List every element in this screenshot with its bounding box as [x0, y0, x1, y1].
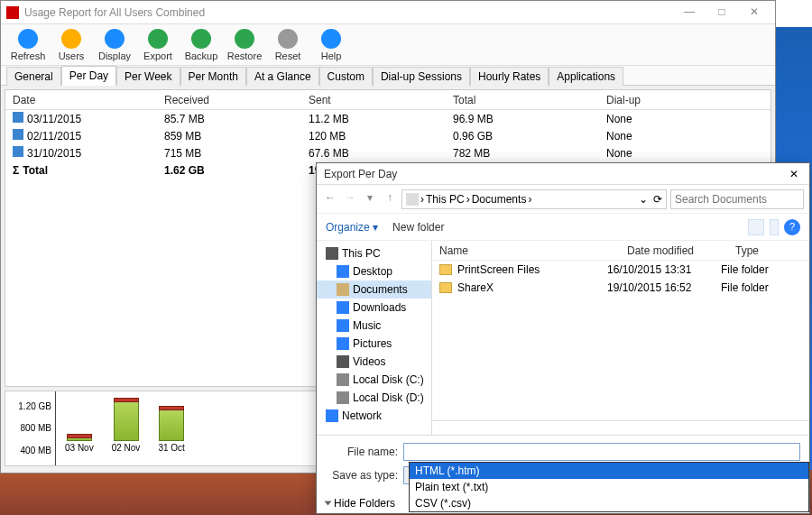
- users-icon: [61, 29, 81, 49]
- chart-bar: 31 Oct: [158, 409, 184, 453]
- restore-button[interactable]: Restore: [225, 29, 264, 61]
- bar-label: 03 Nov: [65, 443, 94, 453]
- tab-custom[interactable]: Custom: [319, 67, 373, 86]
- file-row[interactable]: PrintScreen Files16/10/2015 13:31File fo…: [432, 261, 809, 279]
- tree-item-local-disk-c-[interactable]: Local Disk (C:): [317, 371, 431, 389]
- view-dropdown-button[interactable]: [770, 219, 779, 235]
- export-icon: [148, 29, 168, 49]
- table-row[interactable]: 31/10/2015715 MB67.6 MB782 MBNone: [5, 144, 770, 161]
- tree-item-documents[interactable]: Documents: [317, 280, 431, 299]
- col-sent[interactable]: Sent: [301, 90, 446, 109]
- tab-per-day[interactable]: Per Day: [61, 66, 116, 86]
- col-dialup[interactable]: Dial-up: [599, 90, 734, 109]
- nav-recent-button[interactable]: ▾: [362, 191, 378, 207]
- path-sep: ›: [420, 193, 424, 206]
- file-type: File folder: [721, 263, 802, 276]
- tool-label: Restore: [227, 51, 263, 61]
- disk-icon: [337, 391, 349, 404]
- reset-button[interactable]: Reset: [268, 29, 308, 61]
- new-folder-button[interactable]: New folder: [392, 221, 444, 234]
- file-name: ShareX: [457, 281, 602, 294]
- nav-forward-button[interactable]: →: [342, 191, 358, 207]
- dialog-close-button[interactable]: ✕: [786, 168, 802, 180]
- display-button[interactable]: Display: [95, 29, 134, 61]
- tab-dial-up-sessions[interactable]: Dial-up Sessions: [373, 67, 470, 86]
- dialog-title: Export Per Day: [324, 168, 786, 180]
- nav-back-button[interactable]: ←: [322, 191, 338, 207]
- organize-button[interactable]: Organize ▾: [326, 221, 378, 234]
- help-icon[interactable]: ?: [784, 219, 800, 235]
- vid-icon: [337, 355, 349, 368]
- minimize-button[interactable]: —: [674, 4, 705, 22]
- tool-label: Reset: [275, 51, 301, 61]
- address-dropdown-icon[interactable]: ⌄: [639, 193, 648, 206]
- tab-per-month[interactable]: Per Month: [180, 67, 246, 86]
- backup-button[interactable]: Backup: [181, 29, 221, 61]
- tree-item-network[interactable]: Network: [317, 407, 431, 425]
- tree-label: Videos: [353, 355, 385, 368]
- disk-icon: [337, 373, 349, 386]
- net-icon: [326, 409, 338, 422]
- maximize-button[interactable]: □: [706, 4, 737, 22]
- file-list-header: Name Date modified Type: [432, 241, 809, 261]
- col-total[interactable]: Total: [446, 90, 599, 109]
- tree-label: This PC: [342, 247, 381, 260]
- sigma-icon: Σ: [13, 164, 19, 177]
- filename-label: File name:: [326, 446, 398, 458]
- close-button[interactable]: ✕: [739, 4, 770, 22]
- tab-at-a-glance[interactable]: At a Glance: [246, 67, 319, 86]
- folder-icon: [439, 264, 452, 275]
- table-row[interactable]: 03/11/201585.7 MB11.2 MB96.9 MBNone: [5, 110, 770, 127]
- tab-hourly-rates[interactable]: Hourly Rates: [470, 67, 549, 86]
- tool-label: Refresh: [11, 51, 46, 61]
- horizontal-scrollbar[interactable]: [432, 420, 809, 435]
- tree-item-desktop[interactable]: Desktop: [317, 262, 431, 280]
- tab-applications[interactable]: Applications: [549, 67, 623, 86]
- nav-up-button[interactable]: ↑: [382, 191, 398, 207]
- file-row[interactable]: ShareX19/10/2015 16:52File folder: [432, 279, 809, 297]
- restore-icon: [235, 29, 254, 49]
- dropdown-option[interactable]: Plain text (*.txt): [410, 479, 808, 495]
- col-received[interactable]: Received: [157, 90, 301, 109]
- hide-folders-label: Hide Folders: [334, 497, 395, 510]
- tree-item-local-disk-d-[interactable]: Local Disk (D:): [317, 389, 431, 407]
- tab-per-week[interactable]: Per Week: [116, 67, 180, 86]
- chart-y-axis: 1.20 GB 800 MB 400 MB: [5, 391, 55, 465]
- help-button[interactable]: Help: [311, 29, 351, 61]
- tree-item-downloads[interactable]: Downloads: [317, 299, 431, 317]
- export-button[interactable]: Export: [138, 29, 178, 61]
- tab-general[interactable]: General: [6, 67, 61, 86]
- tree-item-pictures[interactable]: Pictures: [317, 335, 431, 353]
- refresh-button[interactable]: Refresh: [8, 29, 48, 61]
- tree-label: Local Disk (C:): [353, 373, 424, 386]
- tree-label: Pictures: [353, 337, 392, 350]
- path-seg[interactable]: This PC: [426, 193, 465, 206]
- col-type[interactable]: Type: [728, 241, 809, 260]
- pc-icon: [406, 193, 419, 206]
- report-tabs: GeneralPer DayPer WeekPer MonthAt a Glan…: [1, 66, 775, 86]
- col-date[interactable]: Date: [5, 90, 157, 109]
- filename-input[interactable]: [403, 443, 800, 461]
- dialog-titlebar: Export Per Day ✕: [317, 163, 809, 185]
- address-bar[interactable]: › This PC › Documents › ⌄ ⟳: [401, 189, 667, 209]
- users-button[interactable]: Users: [51, 29, 91, 61]
- table-row[interactable]: 02/11/2015859 MB120 MB0.96 GBNone: [5, 127, 770, 144]
- tree-item-videos[interactable]: Videos: [317, 353, 431, 371]
- view-options-button[interactable]: [748, 219, 764, 235]
- app-icon: [6, 6, 19, 19]
- dropdown-option[interactable]: CSV (*.csv): [410, 495, 808, 511]
- file-list: PrintScreen Files16/10/2015 13:31File fo…: [432, 261, 809, 420]
- path-seg[interactable]: Documents: [472, 193, 527, 206]
- file-list-area: Name Date modified Type PrintScreen File…: [432, 241, 809, 435]
- dl-icon: [337, 301, 349, 314]
- refresh-icon[interactable]: ⟳: [653, 193, 662, 206]
- col-date-modified[interactable]: Date modified: [620, 241, 728, 260]
- search-input[interactable]: [670, 189, 804, 209]
- tree-item-this-pc[interactable]: This PC: [317, 244, 431, 262]
- tree-item-music[interactable]: Music: [317, 317, 431, 335]
- col-name[interactable]: Name: [432, 241, 620, 260]
- saveas-label: Save as type:: [326, 469, 398, 482]
- dropdown-option[interactable]: HTML (*.htm): [410, 463, 808, 479]
- doc-icon: [337, 283, 349, 296]
- tool-label: Export: [143, 51, 172, 61]
